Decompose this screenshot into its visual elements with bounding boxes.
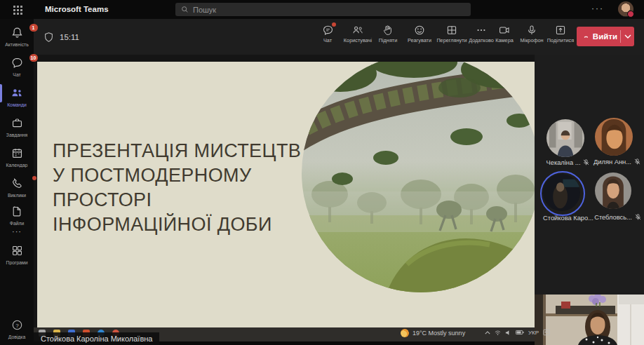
button-label: Камера — [495, 37, 514, 43]
sidebar-item-label: Завдання — [0, 133, 34, 137]
sidebar-item-label: Програми — [0, 260, 34, 265]
view-button[interactable]: Переглянути — [435, 24, 469, 43]
sidebar-item-label: Чат — [0, 72, 34, 77]
sidebar-item-label: Файли — [0, 221, 34, 226]
calls-notification-dot — [32, 176, 36, 180]
participant-label: Дилян Анн... — [591, 158, 644, 165]
microphone-icon — [526, 25, 537, 36]
taskbar-weather[interactable]: 19°C Mostly sunny — [401, 329, 465, 337]
camera-icon — [498, 25, 511, 36]
sidebar-item-label: Виклики — [0, 193, 34, 198]
chat-icon — [322, 25, 334, 36]
button-label: Користувачі — [344, 37, 372, 43]
share-screen-icon — [555, 25, 566, 36]
meeting-toolbar: 15:11 Чат Користувачі Підняти Реагувати … — [34, 19, 644, 55]
chat-badge: 10 — [29, 54, 38, 62]
participant-label: Стебловсь... — [592, 213, 644, 221]
participant-name: Стебловсь... — [594, 214, 632, 221]
chevron-down-icon — [624, 34, 631, 39]
sidebar-item-calls[interactable]: Виклики — [0, 177, 34, 198]
volume-icon[interactable] — [505, 330, 511, 336]
chat-bubble-icon — [11, 57, 23, 69]
raise-hand-button[interactable]: Підняти — [371, 24, 405, 43]
participants-button[interactable]: Користувачі — [341, 24, 375, 43]
button-label: Чат — [323, 37, 332, 43]
sidebar-item-label: Календар — [0, 163, 34, 168]
participant-name: Дилян Анн... — [593, 158, 631, 165]
keyboard-language[interactable]: УКР — [528, 330, 539, 336]
sidebar: 1 Активність 10 Чат Команди Завдання Кал… — [0, 19, 34, 345]
avatar-photo — [595, 172, 631, 209]
teams-people-icon — [11, 87, 23, 99]
shield-icon — [43, 32, 54, 43]
mic-off-icon — [634, 213, 642, 221]
avatar-photo — [595, 118, 633, 156]
sidebar-item-calendar[interactable]: Календар — [0, 147, 34, 168]
sidebar-item-label: Активність — [0, 42, 34, 47]
weather-icon — [401, 329, 409, 337]
webcam-video — [535, 295, 644, 345]
user-avatar[interactable] — [618, 1, 633, 17]
presence-busy-dot — [627, 11, 634, 18]
participant-avatar[interactable] — [543, 174, 580, 211]
grid-view-icon — [446, 25, 457, 36]
ellipsis-icon: ··· — [0, 227, 34, 236]
participant-avatar[interactable] — [546, 119, 584, 157]
sidebar-item-label: Довідка — [0, 334, 34, 339]
presenter-name-overlay: Стойкова Кароліна Миколаївна — [34, 332, 159, 345]
self-video-tile[interactable] — [535, 295, 644, 345]
sidebar-item-teams[interactable]: Команди — [0, 87, 34, 107]
hangup-icon — [584, 34, 589, 40]
activity-badge: 1 — [29, 24, 38, 32]
briefcase-icon — [11, 117, 23, 129]
more-options-button[interactable]: ··· — [591, 4, 604, 13]
participants-panel: Чекаліна ... Дилян Анн... — [535, 55, 644, 295]
people-icon — [351, 25, 364, 36]
smiley-icon — [414, 25, 425, 36]
sidebar-item-help[interactable]: ? Довідка — [0, 319, 34, 339]
button-label: Підняти — [379, 37, 398, 43]
participant-name: Чекаліна ... — [546, 159, 581, 166]
sidebar-item-more[interactable]: ··· — [0, 226, 34, 236]
mic-off-icon — [633, 158, 641, 165]
battery-icon[interactable] — [516, 330, 524, 335]
shared-presentation-slide: ПРЕЗЕНТАЦІЯ МИСТЕЦТВ У ПОСТМОДЕРНОМУ ПРО… — [37, 62, 535, 327]
search-input[interactable]: Пошук — [175, 3, 471, 16]
button-label: Поділитися — [547, 37, 574, 43]
timer-text: 15:11 — [60, 33, 79, 41]
file-icon — [11, 205, 22, 217]
active-item-accent — [0, 84, 2, 102]
button-label: Мікрофон — [520, 37, 543, 43]
meeting-timer: 15:11 — [43, 32, 79, 43]
participant-avatar[interactable] — [595, 118, 633, 156]
participant-avatar[interactable] — [595, 172, 631, 209]
search-icon — [181, 6, 189, 13]
title-bar: Microsoft Teams Пошук ··· — [0, 0, 644, 19]
sidebar-item-assignments[interactable]: Завдання — [0, 117, 34, 137]
participant-label: Стойкова Каро... — [537, 215, 599, 222]
presenter-name: Стойкова Кароліна Миколаївна — [41, 334, 152, 343]
sidebar-item-activity[interactable]: 1 Активність — [0, 27, 34, 47]
leave-button[interactable]: Вийти — [577, 27, 634, 46]
sidebar-item-chat[interactable]: 10 Чат — [0, 57, 34, 77]
react-button[interactable]: Реагувати — [403, 24, 436, 43]
raised-hand-icon — [382, 25, 394, 36]
notifications-icon[interactable] — [543, 329, 550, 336]
chat-button[interactable]: Чат — [311, 24, 344, 43]
sidebar-item-apps[interactable]: Програми — [0, 245, 34, 265]
mic-off-icon — [582, 158, 590, 166]
leave-options-chevron[interactable] — [621, 34, 634, 39]
slide-title: ПРЕЗЕНТАЦІЯ МИСТЕЦТВ У ПОСТМОДЕРНОМУ ПРО… — [53, 139, 347, 237]
avatar-photo — [546, 119, 584, 157]
share-button[interactable]: Поділитися — [544, 24, 577, 43]
network-icon[interactable] — [495, 330, 501, 336]
chat-unread-dot — [332, 22, 336, 27]
button-label: Переглянути — [436, 37, 467, 43]
app-launcher-icon[interactable] — [13, 5, 22, 15]
bell-icon — [11, 27, 23, 39]
button-label: Реагувати — [408, 37, 431, 43]
sidebar-item-files[interactable]: Файли — [0, 205, 34, 226]
system-tray: УКР — [485, 329, 550, 336]
apps-grid-icon — [11, 245, 23, 257]
tray-chevron-icon[interactable] — [485, 331, 490, 334]
